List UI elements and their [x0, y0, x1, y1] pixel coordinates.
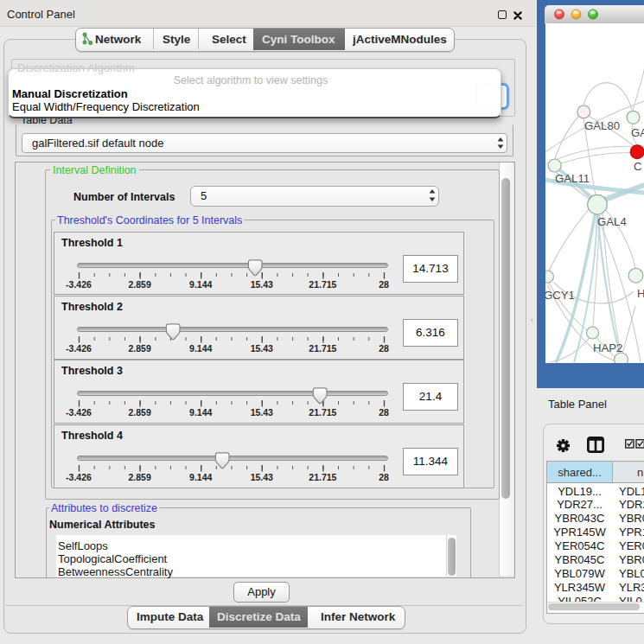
svg-text:GAL11: GAL11 — [555, 172, 590, 185]
svg-text:H: H — [637, 287, 644, 300]
svg-text:GAL80: GAL80 — [584, 119, 620, 132]
svg-text:HAP2: HAP2 — [593, 341, 622, 354]
svg-text:GCY1: GCY1 — [545, 289, 575, 302]
svg-text:GA: GA — [631, 126, 644, 139]
svg-text:C: C — [634, 160, 642, 173]
svg-text:GAL4: GAL4 — [597, 215, 627, 228]
